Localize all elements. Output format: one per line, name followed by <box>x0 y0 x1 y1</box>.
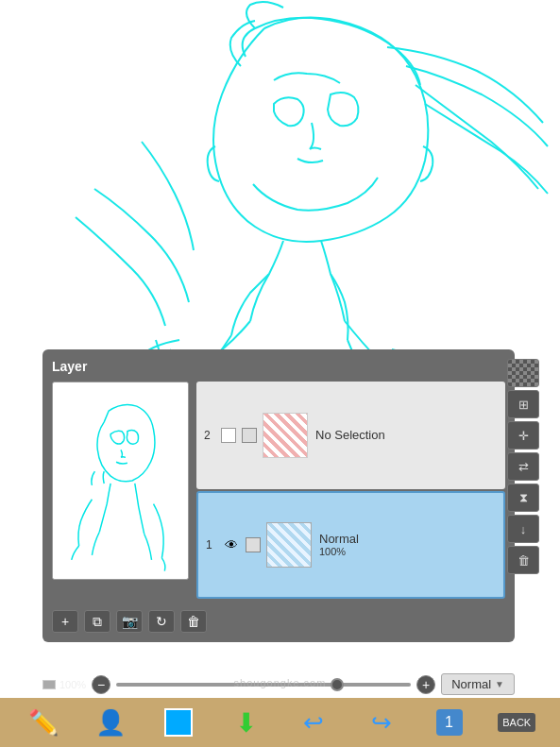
copy-layer-button[interactable]: ⧉ <box>84 610 110 633</box>
zoom-percent-display: 100% <box>42 679 86 690</box>
zoom-plus-button[interactable]: + <box>416 675 435 694</box>
layer-2-name: No Selection <box>315 428 385 442</box>
taskbar-avatar[interactable]: 👤 <box>90 702 131 743</box>
pencil-icon: ✏️ <box>28 708 59 738</box>
blend-mode-arrow-icon: ▼ <box>495 679 504 689</box>
taskbar-layers[interactable]: 1 <box>429 702 470 743</box>
taskbar: ✏️ 👤 ⬇ ↩ ↪ 1 BACK <box>0 698 560 747</box>
checker-tool-button[interactable] <box>507 359 539 387</box>
taskbar-redo[interactable]: ↪ <box>361 702 402 743</box>
zoom-slider-thumb[interactable] <box>331 678 344 691</box>
taskbar-color[interactable] <box>158 702 199 743</box>
watermark: shougongke.com <box>234 677 327 688</box>
avatar-icon: 👤 <box>95 708 126 738</box>
zoom-icon <box>42 680 56 689</box>
layer-1-lock <box>246 537 261 552</box>
layer-list: 2 No Selection 1 👁 Normal 100% <box>196 382 505 599</box>
layer-toolbar: + ⧉ 📷 ↻ 🗑 <box>52 606 505 637</box>
download-icon: ⬇ <box>235 707 257 739</box>
layer-2-thumbnail <box>263 413 308 458</box>
blend-mode-button[interactable]: Normal ▼ <box>441 673 515 695</box>
layers-count-icon: 1 <box>436 709 463 736</box>
layer-2-checkbox[interactable] <box>221 428 236 443</box>
layer-1-number: 1 <box>206 538 217 552</box>
delete-layer-button[interactable]: 🗑 <box>180 610 207 633</box>
layer-row-2[interactable]: 2 No Selection <box>196 382 505 489</box>
move-tool-button[interactable]: ✛ <box>507 421 539 450</box>
camera-button[interactable]: 📷 <box>116 610 143 633</box>
blend-mode-label: Normal <box>451 677 491 691</box>
layer-2-lock <box>242 428 257 443</box>
layer-thumbnail <box>52 382 189 580</box>
refresh-button[interactable]: ↻ <box>148 610 175 633</box>
zoom-percent-text: 100% <box>59 679 86 690</box>
undo-icon: ↩ <box>303 708 324 738</box>
layer-2-number: 2 <box>204 429 215 442</box>
layer-1-eye[interactable]: 👁 <box>223 538 240 552</box>
zoom-minus-button[interactable]: − <box>92 675 110 694</box>
layer-1-opacity: 100% <box>319 546 359 557</box>
trash-tool-button[interactable]: 🗑 <box>507 546 539 574</box>
add-layer-button[interactable]: + <box>52 610 78 633</box>
layer-panel-title: Layer <box>52 359 505 374</box>
right-tool-panel: ⊞ ✛ ⇄ ⧗ ↓ 🗑 <box>507 359 541 574</box>
taskbar-back[interactable]: BACK <box>496 702 537 743</box>
redo-icon: ↪ <box>371 708 392 738</box>
taskbar-download[interactable]: ⬇ <box>226 702 267 743</box>
layer-panel: Layer <box>42 349 515 642</box>
hourglass-tool-button[interactable]: ⧗ <box>507 484 539 512</box>
layer-1-name: Normal <box>319 532 359 546</box>
color-swatch-icon <box>164 708 193 737</box>
layer-1-thumbnail <box>266 522 312 568</box>
flip-tool-button[interactable]: ⇄ <box>507 452 539 481</box>
resize-tool-button[interactable]: ⊞ <box>507 390 539 418</box>
layer-row-1[interactable]: 1 👁 Normal 100% <box>196 491 505 599</box>
back-button-icon: BACK <box>498 713 535 732</box>
down-arrow-tool-button[interactable]: ↓ <box>507 515 539 543</box>
taskbar-pencil[interactable]: ✏️ <box>23 702 64 743</box>
taskbar-undo[interactable]: ↩ <box>293 702 334 743</box>
